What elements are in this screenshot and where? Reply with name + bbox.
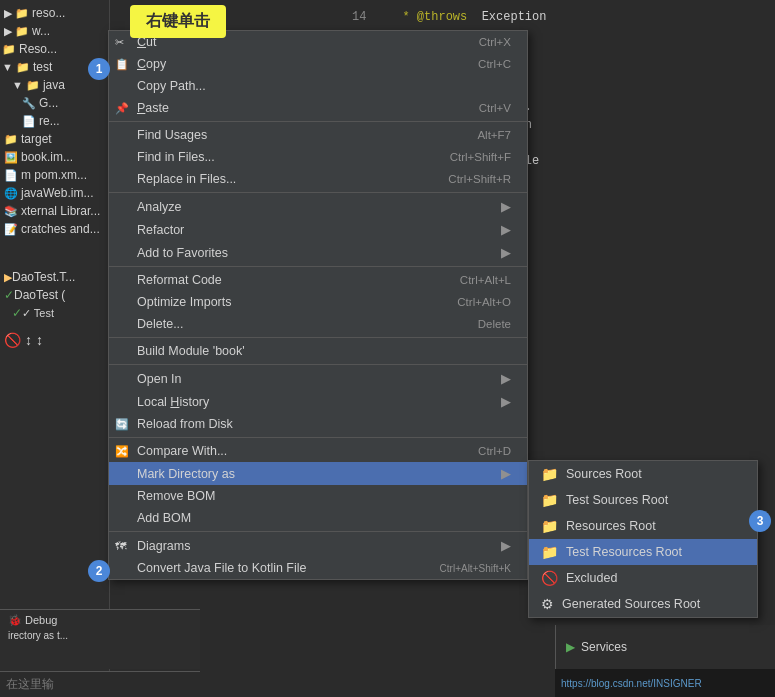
submenu-mark-directory: 📁 Sources Root 📁 Test Sources Root 📁 Res… bbox=[528, 460, 758, 618]
library-icon: 📚 bbox=[4, 205, 18, 218]
diagrams-icon: 🗺 bbox=[115, 540, 126, 552]
menu-item-diagrams[interactable]: 🗺 Diagrams ▶ bbox=[109, 534, 527, 557]
daotestclass-item[interactable]: ✓ DaoTest ( bbox=[0, 286, 109, 304]
project-item-reso[interactable]: ▶ 📁 reso... bbox=[0, 4, 109, 22]
menu-item-add-favorites[interactable]: Add to Favorites ▶ bbox=[109, 241, 527, 264]
separator-2 bbox=[109, 192, 527, 193]
test-sources-root-icon: 📁 bbox=[541, 492, 558, 508]
project-panel: ▶ 📁 reso... ▶ 📁 w... 📁 Reso... ▼ 📁 test … bbox=[0, 0, 110, 697]
menu-item-convert-kotlin[interactable]: Convert Java File to Kotlin File Ctrl+Al… bbox=[109, 557, 527, 579]
folder-icon: 📁 bbox=[4, 133, 18, 146]
menu-item-copy-path[interactable]: Copy Path... bbox=[109, 75, 527, 97]
submenu-test-sources-root[interactable]: 📁 Test Sources Root bbox=[529, 487, 757, 513]
web-icon: 🌐 bbox=[4, 187, 18, 200]
submenu-sources-root[interactable]: 📁 Sources Root bbox=[529, 461, 757, 487]
folder-icon: ▼ 📁 bbox=[2, 61, 30, 74]
folder-icon: ▼ 📁 bbox=[12, 79, 40, 92]
debug-label[interactable]: 🐞 Debug bbox=[8, 614, 192, 627]
folder-icon: ▶ 📁 bbox=[4, 25, 29, 38]
image-icon: 🖼️ bbox=[4, 151, 18, 164]
arrow-icon: ▶ bbox=[501, 222, 511, 237]
separator-6 bbox=[109, 437, 527, 438]
folder-icon: 📁 bbox=[2, 43, 16, 56]
copy-icon: 📋 bbox=[115, 58, 129, 71]
separator-4 bbox=[109, 337, 527, 338]
project-item-w[interactable]: ▶ 📁 w... bbox=[0, 22, 109, 40]
compare-icon: 🔀 bbox=[115, 445, 129, 458]
test-resources-root-icon: 📁 bbox=[541, 544, 558, 560]
project-item-javaweb[interactable]: 🌐 javaWeb.im... bbox=[0, 184, 109, 202]
generated-sources-icon: ⚙ bbox=[541, 596, 554, 612]
menu-item-remove-bom[interactable]: Remove BOM bbox=[109, 485, 527, 507]
separator-1 bbox=[109, 121, 527, 122]
arrow-icon: ▶ bbox=[501, 199, 511, 214]
config-icon: 🔧 bbox=[22, 97, 36, 110]
badge-2: 2 bbox=[88, 560, 110, 582]
url-bar: https://blog.csdn.net/INSIGNER bbox=[555, 669, 775, 697]
resources-root-icon: 📁 bbox=[541, 518, 558, 534]
paste-icon: 📌 bbox=[115, 102, 129, 115]
menu-item-delete[interactable]: Delete... Delete bbox=[109, 313, 527, 335]
separator-7 bbox=[109, 531, 527, 532]
services-panel[interactable]: ▶ Services bbox=[555, 625, 775, 669]
menu-item-refactor[interactable]: Refactor ▶ bbox=[109, 218, 527, 241]
file-icon: 📄 bbox=[22, 115, 36, 128]
sort-icon2[interactable]: ↕ bbox=[36, 332, 43, 348]
submenu-generated-sources[interactable]: ⚙ Generated Sources Root bbox=[529, 591, 757, 617]
checkmark-small-icon: ✓ bbox=[12, 306, 22, 320]
project-item-book[interactable]: 🖼️ book.im... bbox=[0, 148, 109, 166]
menu-item-find-usages[interactable]: Find Usages Alt+F7 bbox=[109, 124, 527, 146]
reload-icon: 🔄 bbox=[115, 418, 129, 431]
menu-item-optimize[interactable]: Optimize Imports Ctrl+Alt+O bbox=[109, 291, 527, 313]
submenu-excluded[interactable]: 🚫 Excluded bbox=[529, 565, 757, 591]
menu-item-find-in-files[interactable]: Find in Files... Ctrl+Shift+F bbox=[109, 146, 527, 168]
sort-icon1[interactable]: ↕ bbox=[25, 332, 32, 348]
cut-icon: ✂ bbox=[115, 36, 124, 49]
menu-item-local-history[interactable]: Local History ▶ bbox=[109, 390, 527, 413]
xml-icon: 📄 bbox=[4, 169, 18, 182]
arrow-icon: ▶ bbox=[501, 394, 511, 409]
menu-item-add-bom[interactable]: Add BOM bbox=[109, 507, 527, 529]
arrow-icon: ▶ bbox=[501, 538, 511, 553]
submenu-resources-root[interactable]: 📁 Resources Root bbox=[529, 513, 757, 539]
scratches-icon: 📝 bbox=[4, 223, 18, 236]
menu-item-copy[interactable]: 📋 Copy Ctrl+C bbox=[109, 53, 527, 75]
menu-item-open-in[interactable]: Open In ▶ bbox=[109, 367, 527, 390]
arrow-icon: ▶ bbox=[501, 371, 511, 386]
project-item-reso2[interactable]: 📁 Reso... bbox=[0, 40, 109, 58]
code-line-2: 14 * @throws Exception bbox=[352, 8, 763, 26]
tooltip-label: 右键单击 bbox=[130, 5, 226, 38]
sources-root-icon: 📁 bbox=[541, 466, 558, 482]
input-bar[interactable]: 在这里输 bbox=[0, 671, 200, 697]
menu-item-analyze[interactable]: Analyze ▶ bbox=[109, 195, 527, 218]
folder-icon: ▶ 📁 bbox=[4, 7, 29, 20]
menu-item-mark-directory[interactable]: Mark Directory as ▶ bbox=[109, 462, 527, 485]
menu-item-paste[interactable]: 📌 Paste Ctrl+V bbox=[109, 97, 527, 119]
stop-icon[interactable]: 🚫 bbox=[4, 332, 21, 348]
menu-item-compare[interactable]: 🔀 Compare With... Ctrl+D bbox=[109, 440, 527, 462]
arrow-icon: ▶ bbox=[501, 466, 511, 481]
project-item-pom[interactable]: 📄 m pom.xm... bbox=[0, 166, 109, 184]
excluded-icon: 🚫 bbox=[541, 570, 558, 586]
project-item-java[interactable]: ▼ 📁 java bbox=[0, 76, 109, 94]
project-item-scratches[interactable]: 📝 cratches and... bbox=[0, 220, 109, 238]
menu-item-replace-in-files[interactable]: Replace in Files... Ctrl+Shift+R bbox=[109, 168, 527, 190]
project-item-libraries[interactable]: 📚 xternal Librar... bbox=[0, 202, 109, 220]
badge-1: 1 bbox=[88, 58, 110, 80]
separator-5 bbox=[109, 364, 527, 365]
separator-3 bbox=[109, 266, 527, 267]
project-item-target[interactable]: 📁 target bbox=[0, 130, 109, 148]
testcheck-item[interactable]: ✓ ✓ Test bbox=[0, 304, 109, 322]
menu-item-build-module[interactable]: Build Module 'book' bbox=[109, 340, 527, 362]
url-text: https://blog.csdn.net/INSIGNER bbox=[561, 678, 702, 689]
directory-status-text: irectory as t... bbox=[8, 630, 192, 641]
submenu-test-resources-root[interactable]: 📁 Test Resources Root bbox=[529, 539, 757, 565]
menu-item-reload[interactable]: 🔄 Reload from Disk bbox=[109, 413, 527, 435]
daotestfile-section: ▶ DaoTest.T... ✓ DaoTest ( ✓ ✓ Test bbox=[0, 268, 109, 322]
badge-3: 3 bbox=[749, 510, 771, 532]
project-item-re[interactable]: 📄 re... bbox=[0, 112, 109, 130]
project-item-g[interactable]: 🔧 G... bbox=[0, 94, 109, 112]
daotestfile-item[interactable]: ▶ DaoTest.T... bbox=[0, 268, 109, 286]
debug-panel: 🐞 Debug irectory as t... bbox=[0, 609, 200, 669]
menu-item-reformat[interactable]: Reformat Code Ctrl+Alt+L bbox=[109, 269, 527, 291]
